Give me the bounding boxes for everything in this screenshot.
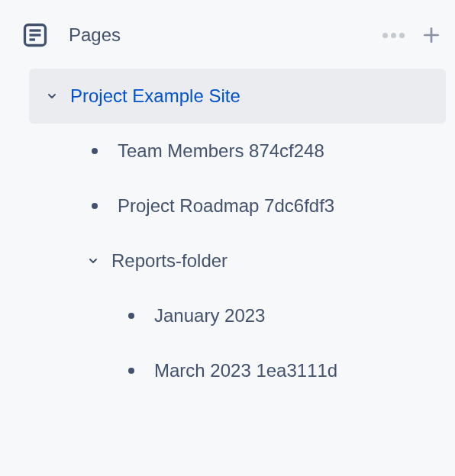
tree-item-page[interactable]: Team Members 874cf248: [15, 124, 446, 178]
tree-item-folder[interactable]: Reports-folder: [15, 233, 446, 288]
tree-item-label: Reports-folder: [111, 250, 228, 272]
pages-header: Pages: [15, 21, 455, 49]
tree-item-root[interactable]: Project Example Site: [29, 69, 446, 124]
tree-item-page[interactable]: March 2023 1ea3111d: [15, 343, 446, 398]
add-page-icon[interactable]: [421, 25, 441, 45]
more-options-icon[interactable]: [379, 30, 408, 41]
bullet-icon: [128, 313, 134, 319]
pages-title: Pages: [69, 24, 379, 46]
tree-item-label: January 2023: [154, 305, 265, 326]
chevron-down-icon[interactable]: [44, 88, 60, 104]
tree-item-page[interactable]: January 2023: [15, 288, 446, 343]
header-actions: [379, 25, 441, 45]
tree-item-label: Project Roadmap 7dc6fdf3: [118, 195, 334, 217]
bullet-icon: [128, 368, 134, 374]
tree-item-label: Team Members 874cf248: [118, 140, 324, 162]
pages-tree: Project Example Site Team Members 874cf2…: [15, 69, 455, 398]
tree-item-label: March 2023 1ea3111d: [154, 360, 337, 381]
bullet-icon: [92, 148, 98, 154]
tree-item-label: Project Example Site: [70, 85, 240, 107]
chevron-down-icon[interactable]: [86, 253, 101, 269]
bullet-icon: [92, 203, 98, 209]
tree-item-page[interactable]: Project Roadmap 7dc6fdf3: [15, 178, 446, 233]
pages-document-icon: [21, 21, 49, 49]
